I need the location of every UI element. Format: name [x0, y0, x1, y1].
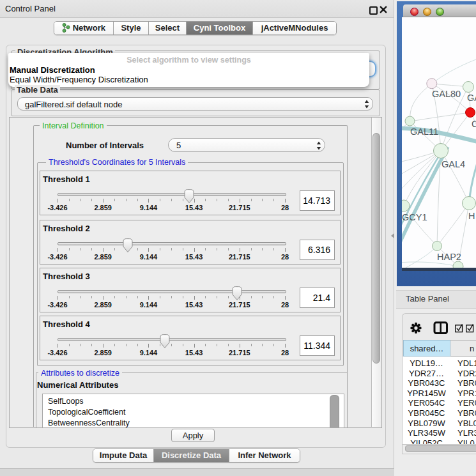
svg-text:GAL11: GAL11 [410, 127, 438, 137]
svg-text:GCY1: GCY1 [402, 212, 427, 222]
svg-text:GAL80: GAL80 [432, 89, 461, 99]
svg-text:GAL4: GAL4 [441, 159, 465, 169]
svg-text:HAP2: HAP2 [437, 252, 461, 262]
svg-text:GA: GA [467, 93, 476, 103]
svg-text:C: C [472, 119, 476, 129]
svg-text:H: H [468, 211, 475, 221]
